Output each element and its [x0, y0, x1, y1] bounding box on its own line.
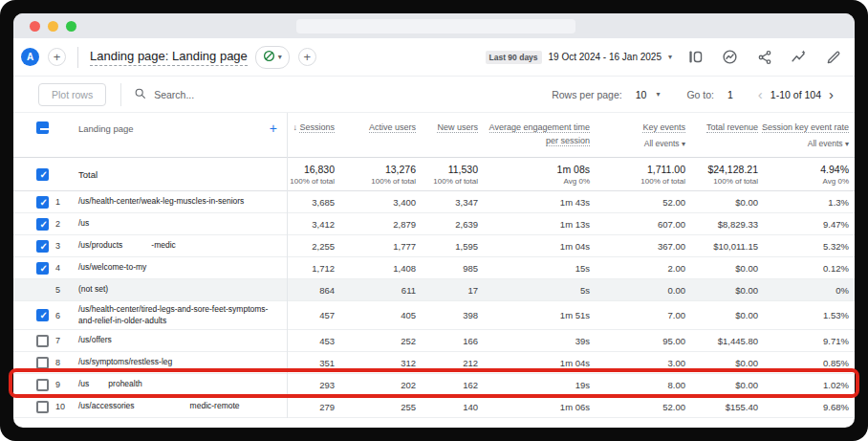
row-checkbox[interactable] — [36, 379, 49, 391]
rows-per-page-chevron-icon[interactable]: ▾ — [656, 91, 660, 99]
edit-icon[interactable] — [825, 49, 841, 65]
session-key-event-rate-value: 0.12% — [758, 263, 849, 274]
new-users-value: 212 — [416, 358, 478, 368]
row-number: 7 — [52, 336, 78, 345]
landing-page-path: (not set) — [78, 284, 287, 295]
column-header-total-revenue[interactable]: Total revenue — [685, 121, 758, 135]
column-header-key-events[interactable]: Key events All events ▾ — [590, 121, 685, 149]
exploration-tab-title[interactable]: Landing page: Landing page — [90, 49, 248, 66]
table-row[interactable]: 2 /us 3,412 2,879 2,639 1m 13s 607.00 $8… — [13, 213, 855, 235]
divider — [77, 47, 78, 68]
screenshot-frame: A + Landing page: Landing page ▾ + Last … — [0, 0, 868, 441]
table-row[interactable]: 4 /us/welcome-to-my 1,712 1,408 985 15s … — [13, 257, 855, 279]
previous-page-icon[interactable]: ‹ — [756, 87, 765, 101]
rows-per-page-value[interactable]: 10 — [636, 89, 647, 100]
new-users-value: 3,347 — [416, 197, 478, 208]
trend-sparkle-icon[interactable] — [791, 49, 807, 65]
close-window-button[interactable] — [30, 21, 40, 32]
row-number: 3 — [52, 241, 78, 251]
search-box[interactable]: Search... — [134, 87, 194, 101]
row-number: 9 — [52, 380, 78, 389]
avg-engagement-value: 39s — [478, 336, 590, 346]
row-checkbox[interactable] — [36, 401, 49, 413]
sampling-status-icon — [263, 49, 275, 66]
date-range-chip: Last 90 days — [486, 51, 542, 64]
total-revenue-value: $0.00 — [685, 358, 758, 368]
sessions-value: 457 — [287, 310, 335, 320]
landing-page-path: /us/offers — [78, 335, 287, 345]
session-key-event-rate-value: 9.71% — [758, 336, 849, 346]
date-range-text[interactable]: 19 Oct 2024 - 16 Jan 2025 — [549, 52, 662, 62]
avg-engagement-value: 19s — [478, 380, 590, 390]
row-number: 6 — [52, 311, 78, 320]
table-row[interactable]: 3 /us/products-medic 2,255 1,777 1,595 1… — [13, 235, 855, 257]
total-revenue-value: $0.00 — [685, 263, 758, 274]
sampling-status-pill[interactable]: ▾ — [255, 46, 290, 69]
table-row-highlighted[interactable]: 9 /usprohealth 293 202 162 19s 8.00 $0.0… — [13, 374, 855, 396]
pagination-range: 1-10 of 104 — [770, 89, 821, 100]
add-tab-button-right[interactable]: + — [298, 48, 316, 66]
active-users-value: 255 — [335, 402, 416, 412]
dimension-header[interactable]: Landing page — [78, 123, 134, 134]
chevron-down-icon[interactable]: ▾ — [845, 140, 849, 148]
compare-panels-icon[interactable] — [687, 49, 704, 65]
table-row[interactable]: 6 /us/health-center/tired-legs-and-sore-… — [13, 301, 855, 330]
app-window: A + Landing page: Landing page ▾ + Last … — [13, 13, 855, 428]
row-checkbox[interactable] — [36, 335, 49, 347]
select-all-checkbox[interactable] — [36, 121, 49, 134]
new-users-value: 2,639 — [416, 219, 478, 230]
goto-input[interactable]: 1 — [727, 89, 733, 100]
avg-engagement-value: 15s — [478, 263, 590, 274]
column-header-active-users[interactable]: Active users — [335, 121, 416, 135]
active-users-value: 252 — [335, 336, 416, 346]
chevron-down-icon[interactable]: ▾ — [682, 140, 685, 148]
session-key-event-rate-value: 0.85% — [758, 358, 849, 368]
key-events-value: 367.00 — [590, 241, 685, 252]
row-checkbox[interactable] — [36, 309, 49, 321]
minimize-window-button[interactable] — [48, 21, 58, 32]
redacted-text — [135, 408, 190, 408]
row-checkbox[interactable] — [36, 218, 49, 231]
plot-rows-button[interactable]: Plot rows — [38, 83, 106, 106]
key-events-value: 0.00 — [590, 285, 685, 296]
avg-engagement-value: 1m 43s — [478, 197, 590, 208]
row-checkbox[interactable] — [36, 240, 49, 253]
avg-engagement-value: 1m 51s — [478, 310, 590, 320]
table-row[interactable]: 10 /us/accessoriesmedic-remote 279 255 1… — [13, 396, 855, 418]
add-tab-button-left[interactable]: + — [48, 48, 66, 66]
column-header-sessions[interactable]: ↓ Sessions — [287, 121, 335, 135]
new-users-value: 398 — [416, 310, 478, 320]
row-number: 4 — [52, 263, 78, 273]
sessions-value: 3,685 — [287, 197, 335, 208]
avg-engagement-value: 1m 06s — [478, 402, 590, 412]
row-checkbox[interactable] — [36, 357, 49, 369]
table-row[interactable]: 8 /us/symptoms/restless-leg 351 312 212 … — [13, 352, 855, 374]
key-events-value: 8.00 — [590, 380, 685, 390]
new-users-value: 1,595 — [416, 241, 478, 252]
row-checkbox[interactable] — [36, 196, 49, 209]
next-page-icon[interactable]: › — [827, 87, 835, 101]
column-header-new-users[interactable]: New users — [416, 121, 478, 135]
zoom-window-button[interactable] — [66, 21, 76, 32]
table-row[interactable]: 5 (not set) 864 611 17 5s 0.00 $0.00 0% — [13, 279, 855, 301]
sessions-value: 3,412 — [287, 219, 335, 230]
share-icon[interactable] — [756, 49, 772, 65]
table-row[interactable]: 1 /us/health-center/weak-leg-muscles-in-… — [13, 191, 855, 213]
date-range-chevron-icon[interactable]: ▾ — [668, 54, 672, 61]
column-header-avg-engagement[interactable]: Average engagement time per session — [478, 121, 590, 147]
row-number: 10 — [52, 402, 78, 411]
column-divider — [287, 113, 288, 418]
account-avatar[interactable]: A — [21, 48, 39, 66]
table-row[interactable]: 7 /us/offers 453 252 166 39s 95.00 $1,44… — [13, 330, 855, 352]
active-users-value: 3,400 — [335, 197, 416, 208]
sessions-value: 453 — [287, 336, 335, 346]
row-number: 2 — [52, 219, 78, 229]
total-row-checkbox[interactable] — [36, 168, 49, 181]
row-checkbox[interactable] — [36, 262, 49, 275]
search-placeholder: Search... — [154, 89, 194, 100]
column-header-session-key-event-rate[interactable]: Session key event rate All events ▾ — [758, 121, 849, 149]
sessions-value: 1,712 — [287, 263, 335, 274]
insights-icon[interactable] — [722, 49, 738, 65]
add-dimension-icon[interactable]: + — [270, 121, 277, 135]
sessions-value: 2,255 — [287, 241, 335, 252]
